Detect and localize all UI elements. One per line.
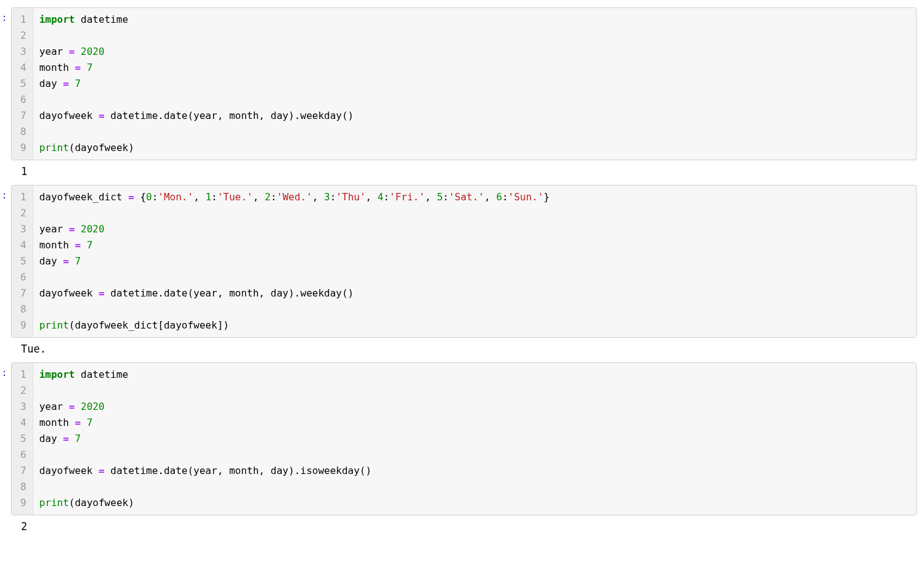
code-editor[interactable]: 123456789 dayofweek_dict = {0:'Mon.', 1:… <box>11 185 917 338</box>
code-editor[interactable]: 123456789 import datetime year = 2020mon… <box>11 7 917 160</box>
input-prompt: : <box>0 7 9 25</box>
output-prompt <box>0 338 9 341</box>
code-cell: : 123456789 dayofweek_dict = {0:'Mon.', … <box>0 185 924 360</box>
code-cell: : 123456789 import datetime year = 2020m… <box>0 362 924 537</box>
code-content[interactable]: import datetime year = 2020month = 7day … <box>33 8 916 160</box>
input-prompt: : <box>0 185 9 202</box>
notebook: : 123456789 import datetime year = 2020m… <box>0 0 924 562</box>
cell-output: 1 <box>9 160 27 182</box>
output-prompt <box>0 515 9 519</box>
input-prompt: : <box>0 362 9 380</box>
code-editor[interactable]: 123456789 import datetime year = 2020mon… <box>11 362 917 515</box>
cell-output: 2 <box>9 515 27 537</box>
line-number-gutter: 123456789 <box>12 363 33 515</box>
output-prompt <box>0 160 9 164</box>
cell-output: Tue. <box>9 338 46 360</box>
line-number-gutter: 123456789 <box>12 8 33 160</box>
line-number-gutter: 123456789 <box>12 186 33 337</box>
code-cell: : 123456789 import datetime year = 2020m… <box>0 7 924 182</box>
code-content[interactable]: dayofweek_dict = {0:'Mon.', 1:'Tue.', 2:… <box>33 186 916 337</box>
code-content[interactable]: import datetime year = 2020month = 7day … <box>33 363 916 515</box>
